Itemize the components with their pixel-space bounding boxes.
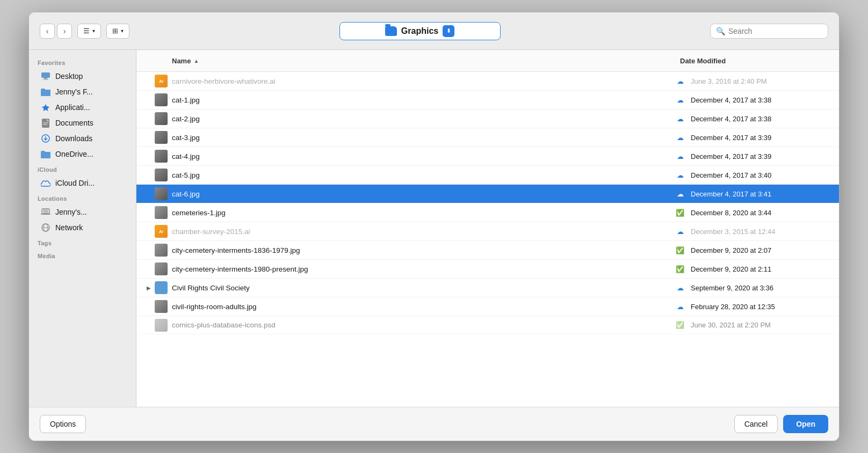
file-thumbnail: Ai bbox=[155, 75, 168, 87]
main-area: Favorites Desktop Jenny's F... Applicati… bbox=[29, 50, 839, 407]
file-date: December 4, 2017 at 3:38 bbox=[691, 96, 830, 104]
sidebar-item-label: OneDrive... bbox=[55, 150, 93, 158]
folder-title: Graphics bbox=[401, 26, 438, 36]
cloud-status-icon: ✅ bbox=[675, 207, 685, 218]
cloud-status-icon: ✅ bbox=[675, 245, 685, 255]
svg-rect-1 bbox=[44, 78, 47, 79]
toolbar: ‹ › ☰ ▾ ⊞ ▾ Graphics ⬍ 🔍 bbox=[29, 12, 839, 50]
sidebar-item-label: Desktop bbox=[55, 72, 83, 81]
search-box[interactable]: 🔍 bbox=[710, 24, 828, 39]
nav-group: ‹ › bbox=[40, 24, 72, 39]
expand-icon[interactable]: ▶ bbox=[145, 284, 153, 291]
file-date: December 4, 2017 at 3:41 bbox=[691, 190, 830, 198]
file-row-selected[interactable]: cat-6.jpg ☁ December 4, 2017 at 3:41 bbox=[136, 185, 839, 203]
file-date: December 9, 2020 at 2:07 bbox=[691, 246, 830, 254]
file-row[interactable]: Ai chamber-survey-2015.ai ☁ December 3, … bbox=[136, 222, 839, 241]
open-button[interactable]: Open bbox=[783, 415, 828, 433]
file-name: cat-2.jpg bbox=[172, 115, 675, 123]
file-row[interactable]: civil-rights-room-adults.jpg ☁ February … bbox=[136, 297, 839, 316]
sidebar-item-jennys-laptop[interactable]: Jenny's... bbox=[32, 204, 133, 220]
svg-rect-2 bbox=[43, 79, 48, 80]
svg-rect-9 bbox=[43, 210, 48, 213]
file-thumbnail bbox=[155, 131, 168, 144]
sidebar-item-jennysf[interactable]: Jenny's F... bbox=[32, 84, 133, 99]
cloud-status-icon: ☁ bbox=[675, 151, 685, 162]
cloud-status-icon: ☁ bbox=[675, 94, 685, 105]
forward-button[interactable]: › bbox=[57, 24, 72, 39]
file-date: December 4, 2017 at 3:38 bbox=[691, 115, 830, 123]
icloud-label: iCloud bbox=[29, 162, 136, 175]
file-thumbnail bbox=[155, 169, 168, 181]
grid-view-icon: ⊞ bbox=[112, 27, 118, 35]
onedrive-icon bbox=[41, 149, 50, 159]
cloud-status-icon: ☁ bbox=[675, 226, 685, 237]
cloud-status-icon: ☁ bbox=[675, 282, 685, 293]
file-row[interactable]: cat-2.jpg ☁ December 4, 2017 at 3:38 bbox=[136, 109, 839, 128]
sidebar-item-desktop[interactable]: Desktop bbox=[32, 69, 133, 84]
file-row[interactable]: cat-3.jpg ☁ December 4, 2017 at 3:39 bbox=[136, 128, 839, 147]
cancel-button[interactable]: Cancel bbox=[734, 415, 778, 433]
file-thumbnail bbox=[155, 150, 168, 163]
file-row[interactable]: cemeteries-1.jpg ✅ December 8, 2020 at 3… bbox=[136, 203, 839, 222]
file-thumbnail bbox=[155, 93, 168, 106]
file-date: December 4, 2017 at 3:39 bbox=[691, 152, 830, 160]
file-name: cemeteries-1.jpg bbox=[172, 209, 675, 217]
sidebar-item-onedrive[interactable]: OneDrive... bbox=[32, 147, 133, 162]
file-name: cat-1.jpg bbox=[172, 96, 675, 104]
file-row[interactable]: city-cemetery-interments-1980-present.jp… bbox=[136, 260, 839, 279]
apps-icon bbox=[41, 103, 50, 112]
file-name: Civil Rights Civil Society bbox=[172, 284, 675, 292]
file-name: comics-plus-database-icons.psd bbox=[172, 321, 675, 329]
sidebar-item-label: Applicati... bbox=[55, 103, 90, 112]
back-button[interactable]: ‹ bbox=[40, 24, 55, 39]
file-row[interactable]: cat-1.jpg ☁ December 4, 2017 at 3:38 bbox=[136, 91, 839, 109]
bottom-bar: Options Cancel Open bbox=[29, 407, 839, 441]
file-name: civil-rights-room-adults.jpg bbox=[172, 303, 675, 311]
media-label: Media bbox=[29, 249, 136, 261]
file-name: cat-3.jpg bbox=[172, 134, 675, 142]
file-date: December 8, 2020 at 3:44 bbox=[691, 209, 830, 217]
sidebar-item-network[interactable]: Network bbox=[32, 220, 133, 235]
file-row[interactable]: Ai carnivore-herbivore-whativore.ai ☁ Ju… bbox=[136, 72, 839, 91]
sidebar-item-icloud[interactable]: iCloud Dri... bbox=[32, 176, 133, 191]
file-name: cat-5.jpg bbox=[172, 171, 675, 179]
svg-rect-0 bbox=[41, 72, 50, 78]
file-date: December 9, 2020 at 2:11 bbox=[691, 265, 830, 273]
cloud-status-icon: ☁ bbox=[675, 132, 685, 143]
sidebar-item-documents[interactable]: Documents bbox=[32, 115, 133, 130]
file-row-partial[interactable]: comics-plus-database-icons.psd ✅ June 30… bbox=[136, 316, 839, 334]
search-input[interactable] bbox=[728, 27, 822, 35]
cloud-status-icon: ✅ bbox=[675, 264, 685, 274]
file-row[interactable]: city-cemetery-interments-1836-1979.jpg ✅… bbox=[136, 241, 839, 260]
cloud-status-icon: ☁ bbox=[675, 170, 685, 180]
sort-arrow-icon: ▲ bbox=[193, 58, 199, 64]
file-thumbnail bbox=[155, 244, 168, 257]
sidebar-item-label: Jenny's F... bbox=[55, 87, 93, 96]
file-date: February 28, 2020 at 12:35 bbox=[691, 303, 830, 311]
list-view-button[interactable]: ☰ ▾ bbox=[77, 24, 101, 39]
folder-icon bbox=[385, 26, 397, 36]
file-thumbnail bbox=[155, 262, 168, 275]
grid-view-button[interactable]: ⊞ ▾ bbox=[106, 24, 129, 39]
file-thumbnail bbox=[155, 187, 168, 200]
desktop-icon bbox=[41, 71, 50, 81]
file-thumbnail bbox=[155, 112, 168, 125]
list-view-chevron: ▾ bbox=[92, 28, 95, 34]
file-date: December 3, 2015 at 12:44 bbox=[691, 228, 830, 236]
file-thumbnail bbox=[155, 281, 168, 294]
downloads-icon bbox=[41, 134, 50, 143]
search-icon: 🔍 bbox=[716, 27, 725, 35]
file-row-folder[interactable]: ▶ Civil Rights Civil Society ☁ September… bbox=[136, 279, 839, 297]
file-date: September 9, 2020 at 3:36 bbox=[691, 284, 830, 292]
folder-location-badge[interactable]: Graphics ⬍ bbox=[339, 22, 501, 40]
sidebar-item-applications[interactable]: Applicati... bbox=[32, 100, 133, 115]
svg-rect-11 bbox=[44, 214, 48, 214]
file-row[interactable]: cat-4.jpg ☁ December 4, 2017 at 3:39 bbox=[136, 147, 839, 166]
sidebar-item-downloads[interactable]: Downloads bbox=[32, 131, 133, 146]
network-icon bbox=[41, 223, 50, 232]
file-thumbnail: Ai bbox=[155, 225, 168, 238]
sidebar-item-label: Jenny's... bbox=[55, 208, 87, 216]
cloud-status-icon: ☁ bbox=[675, 76, 685, 86]
options-button[interactable]: Options bbox=[40, 415, 86, 433]
file-row[interactable]: cat-5.jpg ☁ December 4, 2017 at 3:40 bbox=[136, 166, 839, 185]
